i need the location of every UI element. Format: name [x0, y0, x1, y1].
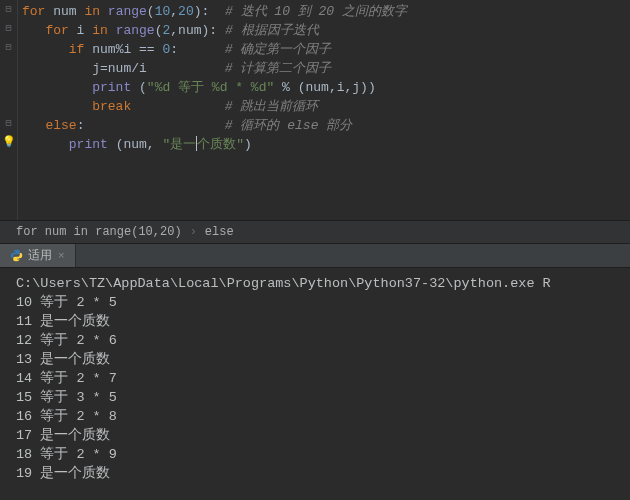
console-output[interactable]: C:\Users\TZ\AppData\Local\Programs\Pytho… [0, 268, 630, 500]
code-line[interactable]: print ("%d 等于 %d * %d" % (num,i,j)) [22, 78, 626, 97]
fold-icon[interactable]: ⊟ [3, 23, 14, 34]
breadcrumb-item[interactable]: for num in range(10,20) [16, 225, 182, 239]
code-editor[interactable]: ⊟⊟⊟⊟💡 for num in range(10,20): # 迭代 10 到… [0, 0, 630, 220]
close-icon[interactable]: × [58, 250, 65, 262]
fold-icon[interactable]: ⊟ [3, 4, 14, 15]
chevron-right-icon: › [190, 225, 197, 239]
code-area[interactable]: for num in range(10,20): # 迭代 10 到 20 之间… [22, 2, 626, 154]
breadcrumb-item[interactable]: else [205, 225, 234, 239]
intention-bulb-icon[interactable]: 💡 [1, 135, 16, 148]
code-line[interactable]: j=num/i # 计算第二个因子 [22, 59, 626, 78]
console-tabbar: 适用 × [0, 244, 630, 268]
editor-gutter: ⊟⊟⊟⊟💡 [0, 0, 18, 220]
code-line[interactable]: for i in range(2,num): # 根据因子迭代 [22, 21, 626, 40]
code-line[interactable]: break # 跳出当前循环 [22, 97, 626, 116]
code-line[interactable]: for num in range(10,20): # 迭代 10 到 20 之间… [22, 2, 626, 21]
breadcrumb[interactable]: for num in range(10,20)›else [0, 220, 630, 244]
code-line[interactable]: else: # 循环的 else 部分 [22, 116, 626, 135]
code-line[interactable]: print (num, "是一个质数") [22, 135, 626, 154]
console-tab[interactable]: 适用 × [0, 244, 76, 267]
python-icon [10, 249, 23, 262]
fold-icon[interactable]: ⊟ [3, 42, 14, 53]
code-line[interactable]: if num%i == 0: # 确定第一个因子 [22, 40, 626, 59]
fold-icon[interactable]: ⊟ [3, 118, 14, 129]
console-tab-label: 适用 [28, 247, 52, 264]
